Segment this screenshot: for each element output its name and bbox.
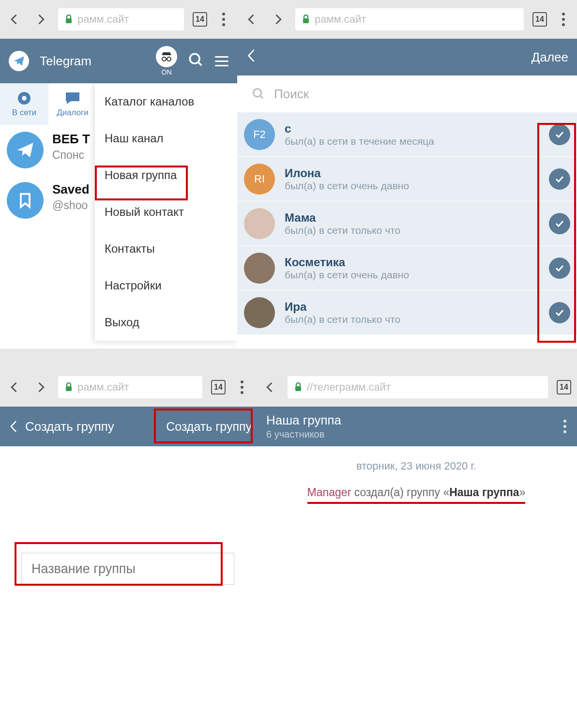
dropdown-exit[interactable]: Выход <box>95 304 237 341</box>
contact-name: Мама <box>285 211 539 225</box>
tab-online[interactable]: В сети <box>0 83 48 125</box>
svg-point-2 <box>167 57 171 61</box>
contacts-search[interactable]: Поиск <box>237 76 577 112</box>
avatar <box>244 253 275 284</box>
incognito-label: ON <box>162 68 172 76</box>
svg-rect-11 <box>66 386 72 391</box>
contact-status: был(а) в сети только что <box>285 225 539 236</box>
lock-icon <box>302 15 310 24</box>
dialogs-icon <box>64 91 81 106</box>
select-contacts-panel: Далее Поиск F2 с был(а) в сети в течение… <box>237 39 577 349</box>
telegram-plane-icon <box>15 140 35 160</box>
chat-menu-button[interactable] <box>563 420 566 433</box>
svg-point-4 <box>190 54 199 63</box>
browser-menu-button[interactable] <box>216 13 231 26</box>
system-message: Manager создал(а) группу «Наша группа» <box>256 486 577 504</box>
nav-back-button[interactable] <box>6 11 23 28</box>
address-bar[interactable]: рамм.сайт <box>295 8 524 30</box>
contact-row[interactable]: Косметика был(а) в сети очень давно <box>237 246 577 290</box>
url-text: //телеграмм.сайт <box>307 381 391 394</box>
address-bar[interactable]: рамм.сайт <box>58 8 184 30</box>
avatar <box>244 208 275 239</box>
app-dropdown-menu: Каталог каналов Наш канал Новая группа Н… <box>95 83 237 341</box>
browser-bar-2: рамм.сайт 14 <box>237 0 577 39</box>
browser-menu-button[interactable] <box>234 380 250 394</box>
contact-row[interactable]: RI Илона был(а) в сети очень давно <box>237 157 577 201</box>
menu-button[interactable] <box>215 56 228 66</box>
dropdown-catalog[interactable]: Каталог каналов <box>95 83 237 120</box>
svg-point-9 <box>254 89 261 97</box>
incognito-toggle[interactable]: ON <box>156 46 177 76</box>
highlight-new-group <box>95 166 188 200</box>
url-text: рамм.сайт <box>77 13 129 26</box>
avatar <box>244 297 275 328</box>
tab-dialogs[interactable]: Диалоги <box>48 83 97 125</box>
incognito-icon <box>156 46 177 67</box>
chat-date-label: вторник, 23 июня 2020 г. <box>256 460 577 472</box>
nav-forward-button[interactable] <box>32 379 49 396</box>
back-button[interactable] <box>246 47 257 67</box>
next-button[interactable]: Далее <box>531 50 568 65</box>
browser-bar-3: рамм.сайт 14 <box>0 368 256 407</box>
nav-forward-button[interactable] <box>32 11 49 28</box>
highlight-group-name-input <box>15 542 223 586</box>
contact-row[interactable]: Мама был(а) в сети только что <box>237 201 577 246</box>
contact-status: был(а) в сети только что <box>285 314 539 325</box>
tab-label: В сети <box>12 108 37 118</box>
highlight-create-button <box>154 409 253 443</box>
dropdown-our-channel[interactable]: Наш канал <box>95 120 237 157</box>
group-chat-panel: Наша группа 6 участников вторник, 23 июн… <box>256 407 577 728</box>
svg-rect-8 <box>303 18 309 23</box>
avatar <box>7 182 44 219</box>
members-count: 6 участников <box>266 429 341 440</box>
group-title: Наша группа <box>266 413 341 428</box>
tab-count-button[interactable]: 14 <box>532 12 547 27</box>
tab-label: Диалоги <box>57 108 89 118</box>
svg-point-1 <box>162 57 166 61</box>
back-icon[interactable] <box>9 419 18 434</box>
group-name-in-msg: Наша группа <box>449 486 519 499</box>
nav-back-button[interactable] <box>243 11 260 28</box>
avatar <box>7 132 44 168</box>
app-header: Telegram ON <box>0 39 237 83</box>
browser-menu-button[interactable] <box>556 13 571 26</box>
online-icon <box>16 91 32 106</box>
svg-rect-0 <box>66 18 72 23</box>
avatar: F2 <box>244 119 275 150</box>
app-title: Telegram <box>40 54 145 69</box>
contact-name: Ира <box>285 300 539 314</box>
tab-count-button[interactable]: 14 <box>193 12 207 27</box>
dropdown-settings[interactable]: Настройки <box>95 267 237 304</box>
group-chat-header: Наша группа 6 участников <box>256 407 577 446</box>
svg-line-5 <box>198 62 201 65</box>
lock-icon <box>294 382 302 392</box>
contacts-list: F2 с был(а) в сети в течение месяца RI И… <box>237 112 577 335</box>
browser-bar-4: //телеграмм.сайт 14 <box>256 368 577 407</box>
address-bar[interactable]: //телеграмм.сайт <box>288 376 548 398</box>
back-label[interactable]: Создать группу <box>25 419 114 434</box>
dropdown-contacts[interactable]: Контакты <box>95 230 237 267</box>
contact-row[interactable]: F2 с был(а) в сети в течение месяца <box>237 112 577 157</box>
telegram-logo-icon <box>9 51 29 71</box>
tab-count-button[interactable]: 14 <box>557 380 571 394</box>
contact-name: Косметика <box>285 256 539 269</box>
highlight-checkmarks <box>537 123 576 343</box>
search-icon <box>252 87 265 101</box>
contact-row[interactable]: Ира был(а) в сети только что <box>237 290 577 335</box>
nav-back-button[interactable] <box>6 379 23 396</box>
contact-status: был(а) в сети очень давно <box>285 269 539 281</box>
nav-back-button[interactable] <box>261 379 279 396</box>
address-bar[interactable]: рамм.сайт <box>58 376 202 398</box>
contact-name: Илона <box>285 167 539 180</box>
avatar: RI <box>244 164 275 195</box>
search-button[interactable] <box>188 52 204 70</box>
search-placeholder: Поиск <box>274 87 309 102</box>
tab-count-button[interactable]: 14 <box>211 380 226 394</box>
svg-line-10 <box>260 96 263 99</box>
manager-label: Manager <box>307 486 351 499</box>
contact-name: с <box>285 122 539 136</box>
bookmark-icon <box>16 192 34 209</box>
browser-bar-1: рамм.сайт 14 <box>0 0 237 39</box>
nav-forward-button[interactable] <box>269 11 287 28</box>
url-text: рамм.сайт <box>77 381 129 394</box>
